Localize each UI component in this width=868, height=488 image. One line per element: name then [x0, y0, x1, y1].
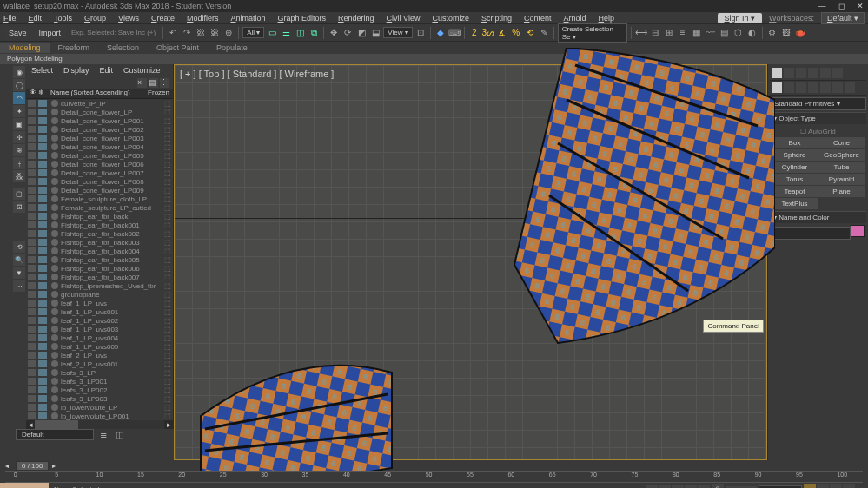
- display-lights-icon[interactable]: ✦: [13, 105, 25, 117]
- layer-opts-icon[interactable]: ≣: [97, 428, 109, 440]
- scene-menu-customize[interactable]: Customize: [123, 66, 161, 75]
- freeze-toggle-icon[interactable]: [38, 230, 47, 237]
- visibility-toggle-icon[interactable]: [28, 386, 36, 393]
- scene-menu-select[interactable]: Select: [31, 66, 53, 75]
- scene-item[interactable]: leaf_1_LP_uvs003⬚: [26, 325, 173, 333]
- spacewarps-cat-icon[interactable]: [832, 82, 843, 93]
- freeze-toggle-icon[interactable]: [38, 404, 47, 411]
- menu-animation[interactable]: Animation: [230, 14, 265, 23]
- export-selected-label[interactable]: Exp. Selected: Save Inc (+): [68, 29, 159, 36]
- visibility-toggle-icon[interactable]: [28, 308, 36, 315]
- scene-item[interactable]: leafs_3_LP002⬚: [26, 386, 173, 394]
- lights-cat-icon[interactable]: [796, 82, 806, 93]
- filter-none-icon[interactable]: ▢: [13, 188, 25, 200]
- cameras-cat-icon[interactable]: [808, 82, 818, 93]
- visibility-toggle-icon[interactable]: [28, 117, 36, 124]
- find-close-icon[interactable]: ×: [137, 78, 147, 88]
- visibility-toggle-icon[interactable]: [28, 265, 36, 272]
- scene-item[interactable]: Female_sculpture_cloth_LP⬚: [26, 195, 173, 203]
- move-icon[interactable]: ✥: [328, 27, 340, 39]
- snap-3d-icon[interactable]: 3ᔕ: [482, 27, 494, 39]
- lock-icon[interactable]: ⬚: [164, 204, 171, 212]
- primitive-cone-button[interactable]: Cone: [818, 137, 865, 148]
- menu-customize[interactable]: Customize: [432, 14, 469, 23]
- lock-icon[interactable]: ⬚: [164, 135, 171, 142]
- scene-item[interactable]: leafs_3_LP⬚: [26, 368, 173, 377]
- scene-item[interactable]: leafs_3_LP001⬚: [26, 377, 173, 386]
- lock-icon[interactable]: ⬚: [164, 230, 171, 238]
- mesh-object-top[interactable]: 68: [514, 48, 775, 352]
- modify-panel-icon[interactable]: [784, 68, 794, 78]
- render-icon[interactable]: 🫖: [794, 27, 806, 39]
- helpers-cat-icon[interactable]: [820, 82, 831, 93]
- keyboard-shortcut-icon[interactable]: ⌨: [448, 27, 461, 39]
- lock-icon[interactable]: ⬚: [164, 221, 171, 229]
- unlink-icon[interactable]: ⛓̸: [209, 27, 221, 39]
- freeze-column-icon[interactable]: ❄: [38, 89, 47, 98]
- color-swatch[interactable]: [851, 225, 865, 237]
- visibility-toggle-icon[interactable]: [28, 239, 36, 246]
- sync-icon[interactable]: ⟲: [13, 241, 25, 253]
- scene-item[interactable]: leaf_2_LP_uvs001⬚: [26, 359, 173, 368]
- hierarchy-panel-icon[interactable]: [796, 68, 806, 78]
- scene-item[interactable]: leaf_1_LP_uvs005⬚: [26, 342, 173, 351]
- primitive-sphere-button[interactable]: Sphere: [772, 149, 818, 161]
- freeze-toggle-icon[interactable]: [38, 334, 47, 341]
- lock-icon[interactable]: ⬚: [164, 274, 171, 281]
- align-quick-icon[interactable]: ⊞: [663, 27, 675, 39]
- lock-icon[interactable]: ⬚: [164, 378, 171, 386]
- lock-icon[interactable]: ⬚: [164, 395, 171, 403]
- freeze-toggle-icon[interactable]: [38, 221, 47, 228]
- lock-icon[interactable]: ⬚: [164, 117, 171, 125]
- object-type-rollout[interactable]: ▾ Object Type: [770, 112, 866, 124]
- percent-snap-icon[interactable]: %: [510, 27, 522, 39]
- display-space-icon[interactable]: ≋: [13, 144, 25, 156]
- scene-item[interactable]: Detail_cone_flower_LP001⬚: [26, 116, 173, 125]
- options-icon[interactable]: ⋯: [13, 280, 25, 292]
- menu-scripting[interactable]: Scripting: [481, 14, 512, 23]
- freeze-toggle-icon[interactable]: [38, 143, 47, 150]
- freeze-toggle-icon[interactable]: [38, 378, 47, 385]
- view-options-icon[interactable]: ⋮: [160, 78, 169, 88]
- visibility-toggle-icon[interactable]: [28, 135, 36, 142]
- mirror-icon[interactable]: ⟷: [635, 27, 647, 39]
- visibility-toggle-icon[interactable]: [28, 317, 36, 324]
- scene-list[interactable]: curvette_lP_lP⬚Detail_cone_flower_LP⬚Det…: [26, 99, 173, 420]
- tab-objectpaint[interactable]: Object Paint: [148, 43, 208, 53]
- visibility-toggle-icon[interactable]: [28, 247, 36, 254]
- visibility-toggle-icon[interactable]: [28, 152, 36, 159]
- scene-item[interactable]: leaf_1_LP_uvs⬚: [26, 299, 173, 307]
- primitive-geosphere-button[interactable]: GeoSphere: [818, 149, 865, 161]
- import-button[interactable]: Import: [34, 27, 67, 39]
- visibility-toggle-icon[interactable]: [28, 360, 36, 367]
- object-name-input[interactable]: [772, 227, 851, 240]
- manipulate-icon[interactable]: ◆: [434, 27, 447, 39]
- freeze-toggle-icon[interactable]: [38, 352, 47, 359]
- lock-icon[interactable]: ⬚: [164, 291, 171, 299]
- scene-item[interactable]: Fishtop_ear_tbr_back006⬚: [26, 264, 173, 273]
- menu-content[interactable]: Content: [524, 14, 552, 23]
- name-column-header[interactable]: Name (Sorted Ascending): [50, 89, 148, 98]
- lock-icon[interactable]: ⬚: [164, 256, 171, 264]
- snap-2d-icon[interactable]: 2: [468, 27, 480, 39]
- visibility-toggle-icon[interactable]: [28, 143, 36, 150]
- rotate-icon[interactable]: ⟳: [341, 27, 354, 39]
- freeze-toggle-icon[interactable]: [38, 135, 47, 142]
- visibility-toggle-icon[interactable]: [28, 334, 36, 341]
- visibility-toggle-icon[interactable]: [28, 274, 36, 280]
- scene-menu-display[interactable]: Display: [63, 66, 89, 75]
- visibility-toggle-icon[interactable]: [28, 300, 36, 307]
- freeze-toggle-icon[interactable]: [38, 247, 47, 254]
- visibility-toggle-icon[interactable]: [28, 326, 36, 333]
- lock-icon[interactable]: ⬚: [164, 109, 171, 116]
- redo-icon[interactable]: ↷: [181, 27, 193, 39]
- undo-icon[interactable]: ↶: [167, 27, 179, 39]
- shapes-cat-icon[interactable]: [784, 82, 794, 93]
- freeze-toggle-icon[interactable]: [38, 161, 47, 168]
- freeze-toggle-icon[interactable]: [38, 282, 47, 289]
- toggle-ribbon-icon[interactable]: ▦: [691, 27, 703, 39]
- menu-rendering[interactable]: Rendering: [338, 14, 374, 23]
- lock-icon[interactable]: ⬚: [164, 187, 171, 195]
- display-shapes-icon[interactable]: ◠: [13, 92, 25, 104]
- edit-named-icon[interactable]: ✎: [538, 27, 550, 39]
